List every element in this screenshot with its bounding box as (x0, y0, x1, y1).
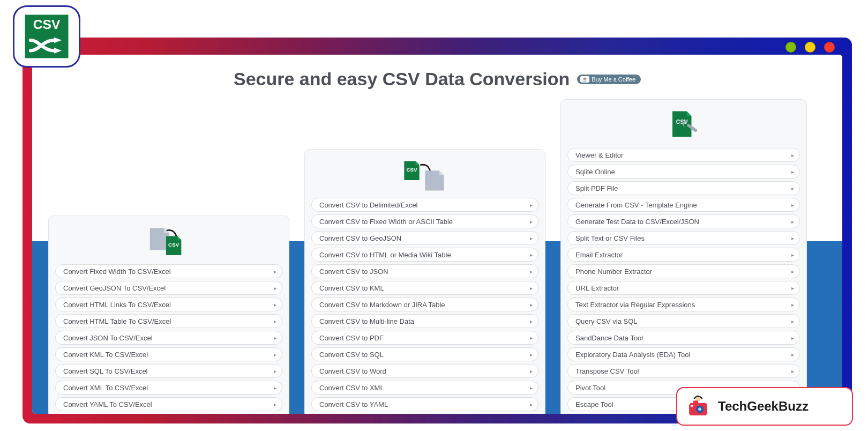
list-item[interactable]: Convert XML To CSV/Excel▸ (55, 381, 282, 395)
list-item[interactable]: Convert CSV to JSON▸ (311, 264, 538, 278)
list-item-label: Convert YAML To CSV/Excel (63, 400, 152, 408)
list-item-label: Convert CSV to Fixed Width or ASCII Tabl… (319, 218, 453, 226)
svg-rect-10 (691, 405, 693, 407)
list-item[interactable]: Convert HTML Links To CSV/Excel▸ (55, 298, 282, 311)
list-item-label: Convert XML To CSV/Excel (63, 384, 148, 392)
list-item-label: Sqlite Online (575, 168, 615, 176)
chevron-right-icon: ▸ (530, 269, 533, 274)
svg-rect-7 (693, 400, 698, 405)
window-controls (785, 42, 835, 53)
list-item-label: Convert CSV to JSON (319, 267, 388, 276)
chevron-right-icon: ▸ (274, 318, 276, 324)
techgeekbuzz-label: TechGeekBuzz (718, 399, 809, 414)
list-item[interactable]: Convert CSV to Multi-line Data▸ (311, 314, 538, 328)
list-item-label: SandDance Data Tool (575, 334, 643, 342)
list-item-label: Convert CSV to SQL (319, 351, 384, 359)
list-item[interactable]: Convert GeoJSON To CSV/Excel▸ (55, 281, 282, 295)
chevron-right-icon: ▸ (791, 202, 794, 208)
list-item[interactable]: Sqlite Online▸ (567, 165, 800, 179)
list-item-label: Phone Number Extractor (575, 267, 652, 276)
to-csv-icon: CSV (55, 222, 282, 264)
list-item[interactable]: Generate Test Data to CSV/Excel/JSON▸ (567, 214, 800, 228)
csv-tools-icon: CSV (567, 106, 800, 148)
list-item[interactable]: Transpose CSV Tool▸ (567, 364, 800, 378)
panels: CSV Convert Fixed Width To CSV/Excel▸Con… (32, 99, 842, 414)
list-item[interactable]: Convert KML To CSV/Excel▸ (55, 347, 282, 361)
list-item-label: Convert CSV to Word (319, 367, 386, 375)
list-item-label: Convert CSV to KML (319, 284, 384, 292)
list-item[interactable]: Query CSV via SQL▸ (567, 314, 800, 328)
list-item[interactable]: Convert CSV to Fixed Width or ASCII Tabl… (311, 214, 538, 228)
list-item[interactable]: Viewer & Editor▸ (567, 148, 800, 162)
chevron-right-icon: ▸ (530, 335, 533, 341)
list-item[interactable]: Convert CSV to KML▸ (311, 281, 538, 295)
list-item-label: Split Text or CSV Files (575, 234, 645, 242)
list-item-label: Escape Tool (575, 400, 613, 408)
list-item[interactable]: Convert CSV to GeoJSON▸ (311, 231, 538, 245)
chevron-right-icon: ▸ (791, 252, 794, 258)
list-item[interactable]: Convert HTML Table To CSV/Excel▸ (55, 314, 282, 328)
list-item[interactable]: Phone Number Extractor▸ (567, 264, 800, 278)
list-item[interactable]: Split Text or CSV Files▸ (567, 231, 800, 245)
buy-me-a-coffee-button[interactable]: ☕ Buy Me a Coffee (577, 75, 641, 84)
from-csv-icon: CSV (311, 156, 538, 198)
site-logo[interactable]: CSV (13, 5, 80, 68)
page-title: Secure and easy CSV Data Conversion (234, 69, 570, 90)
list-item-label: Generate From CSV - Template Engine (575, 201, 697, 209)
tools-list: Viewer & Editor▸Sqlite Online▸Split PDF … (567, 148, 800, 411)
chevron-right-icon: ▸ (274, 402, 276, 407)
list-item[interactable]: Convert JSON To CSV/Excel▸ (55, 331, 282, 345)
chevron-right-icon: ▸ (530, 285, 533, 291)
chevron-right-icon: ▸ (791, 169, 794, 175)
list-item-label: Generate Test Data to CSV/Excel/JSON (575, 218, 699, 226)
list-item[interactable]: Convert CSV to Word▸ (311, 364, 538, 378)
list-item[interactable]: Convert CSV to Delimited/Excel▸ (311, 198, 538, 212)
list-item[interactable]: Generate From CSV - Template Engine▸ (567, 198, 800, 212)
list-item-label: Convert CSV to Multi-line Data (319, 317, 414, 325)
techgeekbuzz-icon (686, 394, 710, 419)
list-item[interactable]: Convert YAML To CSV/Excel▸ (55, 397, 282, 411)
list-item[interactable]: Exploratory Data Analysis (EDA) Tool▸ (567, 347, 800, 361)
coffee-icon: ☕ (580, 76, 589, 83)
to-csv-list: Convert Fixed Width To CSV/Excel▸Convert… (55, 264, 282, 411)
chevron-right-icon: ▸ (530, 402, 533, 407)
chevron-right-icon: ▸ (791, 185, 794, 191)
window-frame: Secure and easy CSV Data Conversion ☕ Bu… (23, 38, 852, 423)
list-item-label: Pivot Tool (575, 384, 605, 392)
list-item-label: Convert KML To CSV/Excel (63, 351, 148, 359)
list-item[interactable]: Convert CSV to SQL▸ (311, 347, 538, 361)
techgeekbuzz-badge[interactable]: TechGeekBuzz (676, 387, 853, 426)
chevron-right-icon: ▸ (791, 335, 794, 341)
svg-point-9 (698, 407, 701, 411)
list-item[interactable]: Convert Fixed Width To CSV/Excel▸ (55, 264, 282, 278)
list-item[interactable]: SandDance Data Tool▸ (567, 331, 800, 345)
list-item[interactable]: Convert CSV to YAML▸ (311, 397, 538, 411)
list-item[interactable]: Convert CSV to XML▸ (311, 381, 538, 395)
window-close-icon[interactable] (824, 42, 835, 53)
list-item[interactable]: URL Extractor▸ (567, 281, 800, 295)
list-item[interactable]: Convert CSV to Markdown or JIRA Table▸ (311, 298, 538, 311)
panel-to-csv: CSV Convert Fixed Width To CSV/Excel▸Con… (48, 216, 289, 414)
page: Secure and easy CSV Data Conversion ☕ Bu… (32, 55, 842, 414)
chevron-right-icon: ▸ (530, 385, 533, 391)
list-item-label: Email Extractor (575, 251, 623, 259)
list-item[interactable]: Email Extractor▸ (567, 248, 800, 262)
list-item[interactable]: Convert CSV to HTML or Media Wiki Table▸ (311, 248, 538, 262)
chevron-right-icon: ▸ (530, 318, 533, 324)
chevron-right-icon: ▸ (274, 352, 276, 358)
list-item[interactable]: Text Extractor via Regular Expressions▸ (567, 298, 800, 311)
chevron-right-icon: ▸ (791, 152, 794, 158)
list-item[interactable]: Convert CSV to PDF▸ (311, 331, 538, 345)
list-item[interactable]: Convert SQL To CSV/Excel▸ (55, 364, 282, 378)
chevron-right-icon: ▸ (274, 302, 276, 308)
list-item[interactable]: Split PDF File▸ (567, 181, 800, 195)
window-minimize-icon[interactable] (785, 42, 796, 53)
chevron-right-icon: ▸ (791, 318, 794, 324)
chevron-right-icon: ▸ (530, 352, 533, 358)
chevron-right-icon: ▸ (530, 302, 533, 308)
chevron-right-icon: ▸ (791, 352, 794, 358)
list-item-label: Convert CSV to XML (319, 384, 384, 392)
window-content: Secure and easy CSV Data Conversion ☕ Bu… (32, 55, 842, 414)
chevron-right-icon: ▸ (274, 269, 276, 274)
window-maximize-icon[interactable] (805, 42, 815, 53)
